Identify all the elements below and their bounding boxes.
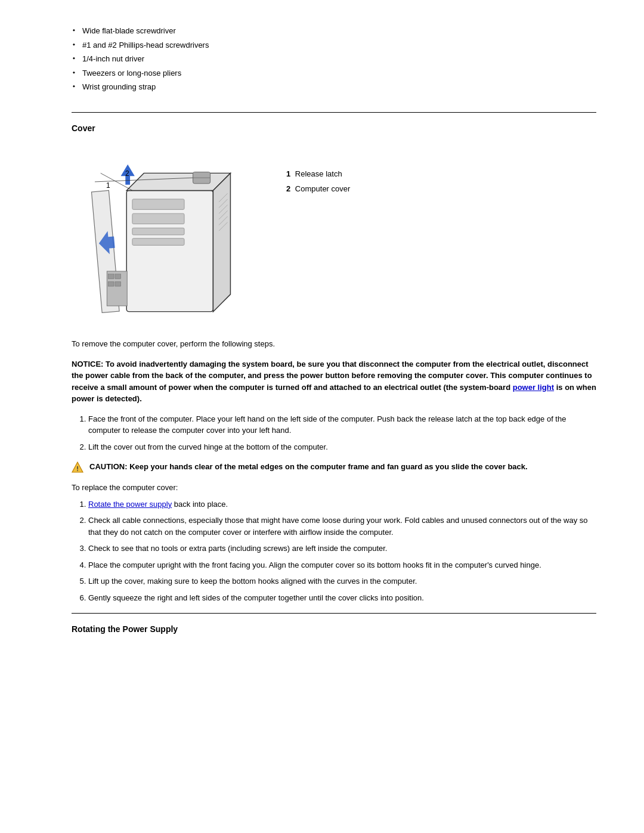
svg-rect-4: [132, 213, 184, 224]
notice-label: NOTICE: To avoid inadvertently damaging …: [72, 360, 596, 404]
rotating-power-supply-title: Rotating the Power Supply: [72, 623, 596, 636]
label-num-2: 2: [286, 184, 290, 193]
replace-step-5: Lift up the cover, making sure to keep t…: [88, 575, 596, 587]
replace-step-3: Check to see that no tools or extra part…: [88, 543, 596, 555]
callout-label-1: 1: [106, 180, 110, 191]
caution-box: ! CAUTION: Keep your hands clear of the …: [72, 461, 596, 473]
replace-step-2: Check all cable connections, especially …: [88, 515, 596, 538]
svg-rect-20: [115, 274, 121, 278]
svg-text:!: !: [76, 465, 79, 472]
svg-marker-2: [213, 173, 230, 311]
svg-rect-5: [132, 228, 184, 235]
list-item: Wrist grounding strap: [72, 80, 596, 94]
replace-step-4: Place the computer upright with the fron…: [88, 559, 596, 571]
to-replace-text: To replace the computer cover:: [72, 482, 596, 494]
remove-steps-list: Face the front of the computer. Place yo…: [88, 413, 596, 453]
replace-step-1: Rotate the power supply back into place.: [88, 498, 596, 510]
svg-rect-6: [132, 238, 184, 245]
list-item: Tweezers or long-nose pliers: [72, 66, 596, 80]
list-item: 1/4-inch nut driver: [72, 52, 596, 66]
cover-image: 1 2: [72, 144, 262, 327]
tools-list: Wide flat-blade screwdriver #1 and #2 Ph…: [72, 24, 596, 94]
release-latch-text: Release latch: [295, 169, 342, 178]
list-item: Wide flat-blade screwdriver: [72, 24, 596, 38]
svg-marker-1: [126, 173, 230, 190]
release-latch-label: 1 Release latch: [286, 168, 596, 180]
svg-rect-19: [108, 274, 114, 278]
caution-icon: !: [72, 462, 83, 473]
notice-paragraph: NOTICE: To avoid inadvertently damaging …: [72, 358, 596, 405]
caution-text: CAUTION: Keep your hands clear of the me…: [89, 461, 528, 473]
computer-cover-label: 2 Computer cover: [286, 183, 596, 195]
svg-rect-21: [108, 281, 114, 286]
svg-rect-22: [115, 281, 121, 286]
computer-tower-illustration: [72, 144, 262, 323]
callout-label-2: 2: [125, 168, 129, 179]
replace-steps-list: Rotate the power supply back into place.…: [88, 498, 596, 604]
list-item: #1 and #2 Phillips-head screwdrivers: [72, 38, 596, 52]
section-divider-2: [72, 613, 596, 614]
cover-title: Cover: [72, 122, 596, 135]
rotating-power-supply-section: Rotating the Power Supply: [72, 623, 596, 636]
label-num-1: 1: [286, 169, 290, 178]
rotate-power-supply-link[interactable]: Rotate the power supply: [88, 500, 172, 509]
cover-content: 1 2: [72, 144, 596, 327]
cover-labels: 1 Release latch 2 Computer cover: [286, 144, 596, 199]
cover-section: Cover 1 2: [72, 122, 596, 604]
computer-cover-text: Computer cover: [295, 184, 350, 193]
replace-step-6: Gently squeeze the right and left sides …: [88, 592, 596, 604]
power-light-link[interactable]: power light: [513, 383, 554, 392]
svg-rect-3: [132, 199, 184, 209]
remove-step-1: Face the front of the computer. Place yo…: [88, 413, 596, 436]
remove-step-2: Lift the cover out from the curved hinge…: [88, 441, 596, 453]
cover-intro: To remove the computer cover, perform th…: [72, 338, 596, 350]
section-divider: [72, 112, 596, 113]
